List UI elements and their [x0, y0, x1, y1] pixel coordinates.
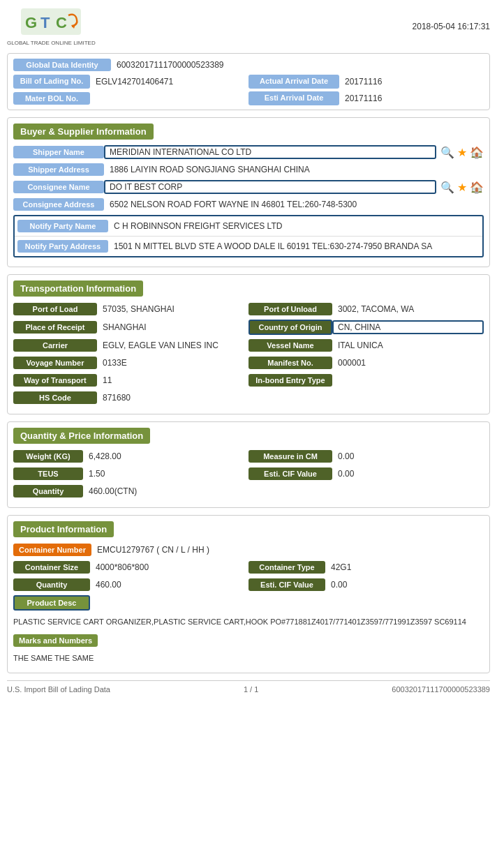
footer: U.S. Import Bill of Lading Data 1 / 1 60… [7, 680, 490, 694]
consignee-address-label: Consignee Address [13, 198, 104, 211]
hscode-half: HS Code 871680 [13, 391, 248, 405]
inbond-value [332, 378, 484, 382]
page-container: G T C GLOBAL TRADE ONLINE LIMITED 2018-0… [0, 0, 497, 868]
container-size-value: 4000*806*800 [90, 560, 248, 574]
notify-address-row: Notify Party Address 1501 N MITTEL BLVD … [15, 236, 482, 256]
receipt-origin-row: Place of Receipt SHANGHAI Country of Ori… [13, 320, 484, 335]
marks-value: THE SAME THE SAME [13, 650, 484, 666]
prod-cif-label: Esti. CIF Value [248, 578, 325, 591]
prod-qty-value: 460.00 [90, 578, 248, 592]
voyage-half: Voyage Number 0133E [13, 356, 248, 370]
way-transport-label: Way of Transport [13, 374, 97, 387]
product-desc-row: Product Desc [13, 595, 484, 611]
consignee-home-icon[interactable]: 🏠 [470, 181, 484, 194]
teus-cif-row: TEUS 1.50 Esti. CIF Value 0.00 [13, 467, 484, 481]
consignee-address-row: Consignee Address 6502 NELSON ROAD FORT … [13, 197, 484, 211]
search-icon[interactable]: 🔍 [440, 146, 454, 159]
manifest-half: Manifest No. 000001 [248, 356, 484, 370]
star-icon[interactable]: ★ [457, 146, 467, 159]
mater-bol-half: Mater BOL No. [13, 92, 248, 105]
carrier-half: Carrier EGLV, EAGLE VAN LINES INC [13, 338, 248, 352]
esti-arrival-label: Esti Arrival Date [248, 91, 339, 105]
consignee-address-value: 6502 NELSON ROAD FORT WAYNE IN 46801 TEL… [104, 197, 484, 211]
actual-arrival-label: Actual Arrival Date [248, 75, 339, 89]
port-load-value: 57035, SHANGHAI [97, 302, 248, 316]
prod-cif-value: 0.00 [325, 578, 484, 592]
way-transport-value: 11 [97, 373, 248, 387]
global-data-row: Global Data Identity 6003201711170000052… [13, 58, 484, 72]
notify-name-value: C H ROBINNSON FREIGHT SERVICES LTD [108, 219, 480, 233]
quantity-section: Quantity & Price Information Weight (KG)… [7, 421, 490, 508]
consignee-name-row: Consignee Name DO IT BEST CORP 🔍 ★ 🏠 [13, 180, 484, 194]
container-type-value: 42G1 [325, 560, 484, 574]
container-size-type-row: Container Size 4000*806*800 Container Ty… [13, 560, 484, 574]
consignee-star-icon[interactable]: ★ [457, 181, 467, 194]
footer-left: U.S. Import Bill of Lading Data [7, 685, 110, 694]
shipper-name-label: Shipper Name [13, 146, 104, 158]
weight-label: Weight (KG) [13, 450, 83, 463]
container-type-half: Container Type 42G1 [248, 560, 484, 574]
notify-name-row: Notify Party Name C H ROBINNSON FREIGHT … [15, 216, 482, 236]
port-load-label: Port of Load [13, 303, 97, 315]
weight-measure-row: Weight (KG) 6,428.00 Measure in CM 0.00 [13, 449, 484, 463]
shipper-address-value: 1886 LAIYIN ROAD SONGJIANG SHANGHAI CHIN… [104, 163, 484, 177]
measure-half: Measure in CM 0.00 [248, 449, 484, 463]
top-info-box: Global Data Identity 6003201711170000052… [7, 53, 490, 110]
esti-cif-half: Esti. CIF Value 0.00 [248, 467, 484, 481]
bol-label: Bill of Lading No. [13, 75, 90, 89]
footer-right: 60032017111700000523389 [392, 685, 490, 694]
vessel-half: Vessel Name ITAL UNICA [248, 338, 484, 352]
weight-half: Weight (KG) 6,428.00 [13, 449, 248, 463]
teus-half: TEUS 1.50 [13, 467, 248, 481]
marks-label: Marks and Numbers [13, 634, 98, 647]
port-row: Port of Load 57035, SHANGHAI Port of Unl… [13, 302, 484, 316]
voyage-label: Voyage Number [13, 357, 97, 369]
voyage-manifest-row: Voyage Number 0133E Manifest No. 000001 [13, 356, 484, 370]
home-icon[interactable]: 🏠 [470, 146, 484, 159]
mater-bol-label: Mater BOL No. [13, 92, 90, 105]
consignee-search-icon[interactable]: 🔍 [440, 181, 454, 194]
country-origin-half: Country of Origin CN, CHINA [248, 320, 484, 335]
product-desc-label: Product Desc [13, 595, 90, 611]
quantity-value: 460.00(CTN) [83, 484, 248, 498]
prod-qty-cif-row: Quantity 460.00 Esti. CIF Value 0.00 [13, 578, 484, 592]
transport-inbond-row: Way of Transport 11 In-bond Entry Type [13, 373, 484, 387]
global-data-label: Global Data Identity [13, 59, 111, 71]
inbond-label: In-bond Entry Type [248, 374, 332, 387]
voyage-value: 0133E [97, 356, 248, 370]
prod-qty-half: Quantity 460.00 [13, 578, 248, 592]
shipper-icons: 🔍 ★ 🏠 [440, 146, 484, 159]
prod-cif-half: Esti. CIF Value 0.00 [248, 578, 484, 592]
teus-value: 1.50 [83, 467, 248, 481]
container-number-label: Container Number [13, 544, 91, 556]
logo-icon: G T C [20, 7, 82, 38]
mater-bol-row: Mater BOL No. Esti Arrival Date 20171116 [13, 91, 484, 105]
container-size-label: Container Size [13, 561, 90, 574]
port-unload-value: 3002, TACOMA, WA [332, 302, 484, 316]
container-size-half: Container Size 4000*806*800 [13, 560, 248, 574]
esti-arrival-value: 20171116 [339, 91, 484, 105]
bol-half: Bill of Lading No. EGLV142701406471 [13, 75, 248, 89]
esti-arrival-half: Esti Arrival Date 20171116 [248, 91, 484, 105]
quantity-row: Quantity 460.00(CTN) [13, 484, 484, 498]
shipper-address-label: Shipper Address [13, 163, 104, 176]
esti-cif-value: 0.00 [332, 467, 484, 481]
manifest-label: Manifest No. [248, 357, 332, 369]
logo-text: GLOBAL TRADE ONLINE LIMITED [7, 40, 96, 46]
bol-row: Bill of Lading No. EGLV142701406471 Actu… [13, 75, 484, 89]
datetime: 2018-05-04 16:17:31 [413, 22, 490, 31]
svg-text:G: G [25, 14, 37, 31]
transportation-title: Transportation Information [13, 280, 143, 297]
global-data-value: 60032017111700000523389 [111, 58, 484, 72]
logo: G T C GLOBAL TRADE ONLINE LIMITED [7, 7, 96, 46]
way-transport-half: Way of Transport 11 [13, 373, 248, 387]
buyer-supplier-section: Buyer & Supplier Information Shipper Nam… [7, 117, 490, 267]
place-receipt-value: SHANGHAI [97, 320, 248, 334]
container-number-row: Container Number EMCU1279767 ( CN / L / … [13, 543, 484, 557]
transportation-section: Transportation Information Port of Load … [7, 274, 490, 414]
prod-qty-label: Quantity [13, 578, 90, 591]
measure-label: Measure in CM [248, 450, 332, 463]
actual-arrival-value: 20171116 [339, 75, 484, 89]
inbond-half: In-bond Entry Type [248, 374, 484, 387]
notify-name-label: Notify Party Name [17, 220, 108, 232]
